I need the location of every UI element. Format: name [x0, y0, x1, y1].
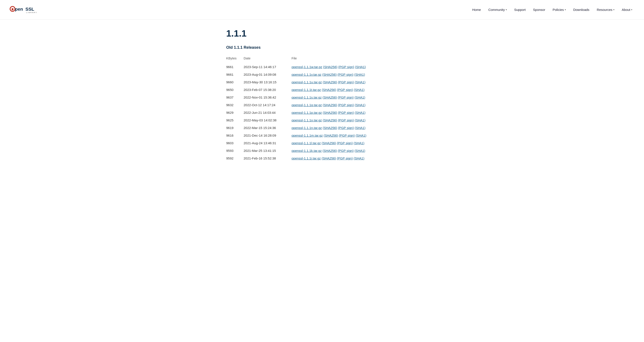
sha256-link[interactable]: (SHA256) — [323, 111, 337, 114]
sha1-link[interactable]: (SHA1) — [356, 134, 366, 137]
logo-area[interactable]: pen SSL LIBRARY — [9, 3, 44, 16]
cell-file: openssl-1.1.1v.tar.gz(SHA256)(PGP sign)(… — [292, 71, 418, 78]
file-download-link[interactable]: openssl-1.1.1t.tar.gz — [292, 88, 321, 92]
cell-kbytes: 9632 — [226, 101, 244, 109]
file-download-link[interactable]: openssl-1.1.1k.tar.gz — [292, 149, 322, 152]
sha1-link[interactable]: (SHA1) — [354, 88, 364, 92]
about-dropdown-arrow: ▾ — [631, 8, 632, 11]
pgp-sign-link[interactable]: (PGP sign) — [338, 73, 353, 76]
pgp-sign-link[interactable]: (PGP sign) — [338, 126, 354, 130]
svg-text:SSL: SSL — [26, 6, 34, 11]
sha256-link[interactable]: (SHA256) — [323, 65, 338, 69]
sha1-link[interactable]: (SHA1) — [355, 126, 365, 130]
cell-date: 2021-Feb-16 15:52:38 — [244, 154, 292, 162]
cell-kbytes: 9660 — [226, 78, 244, 86]
sha256-link[interactable]: (SHA256) — [323, 118, 337, 122]
community-dropdown-arrow: ▾ — [506, 8, 507, 11]
pgp-sign-link[interactable]: (PGP sign) — [338, 111, 354, 114]
cell-kbytes: 9629 — [226, 109, 244, 116]
cell-date: 2022-Mar-15 15:24:36 — [244, 124, 292, 132]
cell-kbytes: 9593 — [226, 147, 244, 154]
table-row: 96372022-Nov-01 15:36:42openssl-1.1.1s.t… — [226, 93, 418, 101]
file-download-link[interactable]: openssl-1.1.1q.tar.gz — [292, 103, 322, 107]
file-download-link[interactable]: openssl-1.1.1p.tar.gz — [292, 111, 322, 114]
nav-support[interactable]: Support — [511, 6, 529, 13]
sha1-link[interactable]: (SHA1) — [354, 95, 365, 99]
file-download-link[interactable]: openssl-1.1.1n.tar.gz — [292, 126, 322, 130]
page-title: 1.1.1 — [226, 28, 418, 39]
pgp-sign-link[interactable]: (PGP sign) — [339, 134, 355, 137]
svg-rect-1 — [12, 8, 14, 10]
nav-about[interactable]: About ▾ — [619, 6, 635, 13]
file-download-link[interactable]: openssl-1.1.1s.tar.gz — [292, 95, 322, 99]
table-row: 96162021-Dec-14 16:28:09openssl-1.1.1m.t… — [226, 132, 418, 139]
sha1-link[interactable]: (SHA1) — [354, 156, 364, 160]
file-download-link[interactable]: openssl-1.1.1w.tar.gz — [292, 65, 322, 69]
cell-file: openssl-1.1.1t.tar.gz(SHA256)(PGP sign)(… — [292, 86, 418, 93]
sha256-link[interactable]: (SHA256) — [322, 149, 337, 152]
cell-file: openssl-1.1.1p.tar.gz(SHA256)(PGP sign)(… — [292, 109, 418, 116]
sha256-link[interactable]: (SHA256) — [322, 156, 336, 160]
nav-policies[interactable]: Policies ▾ — [550, 6, 569, 13]
nav-community[interactable]: Community ▾ — [485, 6, 510, 13]
table-row: 96602023-May-30 13:16:15openssl-1.1.1u.t… — [226, 78, 418, 86]
table-row: 96322022-Oct-12 14:17:24openssl-1.1.1q.t… — [226, 101, 418, 109]
table-row: 96612023-Aug-01 14:09:08openssl-1.1.1v.t… — [226, 71, 418, 78]
pgp-sign-link[interactable]: (PGP sign) — [338, 103, 354, 107]
col-kbytes: KBytes — [226, 55, 244, 63]
col-date: Date — [244, 55, 292, 63]
sha256-link[interactable]: (SHA256) — [323, 80, 337, 84]
sha1-link[interactable]: (SHA1) — [355, 111, 365, 114]
sha256-link[interactable]: (SHA256) — [323, 103, 337, 107]
nav-sponsor[interactable]: Sponsor — [530, 6, 548, 13]
file-download-link[interactable]: openssl-1.1.1m.tar.gz — [292, 134, 323, 137]
pgp-sign-link[interactable]: (PGP sign) — [338, 149, 354, 152]
sha256-link[interactable]: (SHA256) — [322, 95, 337, 99]
sha256-link[interactable]: (SHA256) — [324, 134, 338, 137]
nav-resources[interactable]: Resources ▾ — [594, 6, 618, 13]
cell-file: openssl-1.1.1k.tar.gz(SHA256)(PGP sign)(… — [292, 147, 418, 154]
pgp-sign-link[interactable]: (PGP sign) — [337, 156, 353, 160]
cell-date: 2023-Feb-07 15:38:20 — [244, 86, 292, 93]
sha256-link[interactable]: (SHA256) — [322, 141, 336, 145]
cell-date: 2023-Sep-11 14:46:17 — [244, 63, 292, 71]
table-row: 96612023-Sep-11 14:46:17openssl-1.1.1w.t… — [226, 63, 418, 71]
svg-text:LIBRARY: LIBRARY — [26, 11, 37, 13]
pgp-sign-link[interactable]: (PGP sign) — [338, 65, 354, 69]
file-download-link[interactable]: openssl-1.1.1o.tar.gz — [292, 118, 322, 122]
sha256-link[interactable]: (SHA256) — [322, 88, 336, 92]
sha256-link[interactable]: (SHA256) — [323, 126, 337, 130]
sha1-link[interactable]: (SHA1) — [355, 65, 366, 69]
sha1-link[interactable]: (SHA1) — [355, 80, 365, 84]
sha1-link[interactable]: (SHA1) — [354, 73, 365, 76]
cell-file: openssl-1.1.1s.tar.gz(SHA256)(PGP sign)(… — [292, 93, 418, 101]
table-row: 96032021-Aug-24 13:46:31openssl-1.1.1l.t… — [226, 139, 418, 147]
nav-downloads[interactable]: Downloads — [570, 6, 592, 13]
cell-kbytes: 9661 — [226, 63, 244, 71]
pgp-sign-link[interactable]: (PGP sign) — [338, 95, 354, 99]
file-download-link[interactable]: openssl-1.1.1l.tar.gz — [292, 141, 321, 145]
pgp-sign-link[interactable]: (PGP sign) — [337, 141, 353, 145]
file-download-link[interactable]: openssl-1.1.1j.tar.gz — [292, 156, 321, 160]
releases-table: KBytes Date File 96612023-Sep-11 14:46:1… — [226, 55, 418, 162]
pgp-sign-link[interactable]: (PGP sign) — [338, 80, 354, 84]
file-download-link[interactable]: openssl-1.1.1u.tar.gz — [292, 80, 322, 84]
section-heading: Old 1.1.1 Releases — [226, 45, 418, 50]
openssl-logo[interactable]: pen SSL LIBRARY — [9, 3, 44, 16]
pgp-sign-link[interactable]: (PGP sign) — [337, 88, 353, 92]
sha1-link[interactable]: (SHA1) — [354, 141, 364, 145]
main-nav: Home Community ▾ Support Sponsor Policie… — [469, 6, 635, 13]
sha256-link[interactable]: (SHA256) — [322, 73, 336, 76]
sha1-link[interactable]: (SHA1) — [355, 118, 365, 122]
file-download-link[interactable]: openssl-1.1.1v.tar.gz — [292, 73, 321, 76]
cell-kbytes: 9650 — [226, 86, 244, 93]
sha1-link[interactable]: (SHA1) — [354, 149, 365, 152]
cell-date: 2022-Oct-12 14:17:24 — [244, 101, 292, 109]
cell-kbytes: 9637 — [226, 93, 244, 101]
nav-home[interactable]: Home — [469, 6, 484, 13]
cell-file: openssl-1.1.1m.tar.gz(SHA256)(PGP sign)(… — [292, 132, 418, 139]
cell-date: 2022-Jun-21 14:03:44 — [244, 109, 292, 116]
pgp-sign-link[interactable]: (PGP sign) — [338, 118, 354, 122]
sha1-link[interactable]: (SHA1) — [355, 103, 365, 107]
table-row: 96192022-Mar-15 15:24:36openssl-1.1.1n.t… — [226, 124, 418, 132]
